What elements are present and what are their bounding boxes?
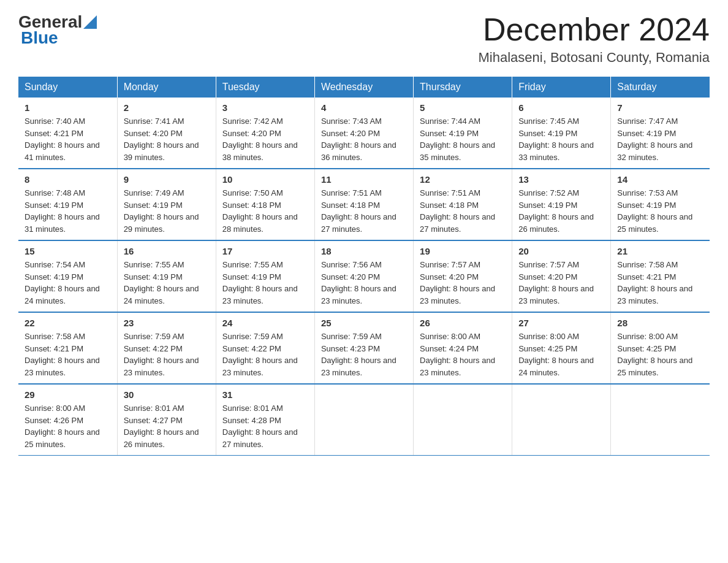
- day-info: Sunrise: 7:59 AMSunset: 4:22 PMDaylight:…: [222, 332, 298, 377]
- day-info: Sunrise: 8:00 AMSunset: 4:26 PMDaylight:…: [25, 404, 100, 449]
- calendar-cell: 1Sunrise: 7:40 AMSunset: 4:21 PMDaylight…: [18, 98, 117, 169]
- calendar-cell: 18Sunrise: 7:56 AMSunset: 4:20 PMDayligh…: [314, 240, 413, 312]
- day-info: Sunrise: 7:45 AMSunset: 4:19 PMDaylight:…: [518, 117, 594, 162]
- calendar-cell: 29Sunrise: 8:00 AMSunset: 4:26 PMDayligh…: [18, 384, 117, 456]
- day-info: Sunrise: 7:55 AMSunset: 4:19 PMDaylight:…: [222, 260, 298, 305]
- col-sunday: Sunday: [18, 77, 117, 98]
- week-row-1: 1Sunrise: 7:40 AMSunset: 4:21 PMDaylight…: [18, 98, 710, 169]
- calendar-cell: 22Sunrise: 7:58 AMSunset: 4:21 PMDayligh…: [18, 312, 117, 384]
- week-row-4: 22Sunrise: 7:58 AMSunset: 4:21 PMDayligh…: [18, 312, 710, 384]
- day-info: Sunrise: 7:50 AMSunset: 4:18 PMDaylight:…: [222, 188, 298, 234]
- day-number: 11: [321, 174, 407, 185]
- day-number: 13: [518, 174, 604, 185]
- day-info: Sunrise: 7:52 AMSunset: 4:19 PMDaylight:…: [518, 188, 594, 234]
- day-number: 19: [420, 246, 506, 256]
- day-info: Sunrise: 7:59 AMSunset: 4:22 PMDaylight:…: [124, 332, 199, 377]
- day-info: Sunrise: 7:53 AMSunset: 4:19 PMDaylight:…: [617, 188, 692, 234]
- day-info: Sunrise: 8:00 AMSunset: 4:25 PMDaylight:…: [617, 332, 692, 377]
- day-number: 26: [420, 318, 506, 328]
- day-number: 24: [222, 318, 308, 328]
- day-number: 22: [25, 318, 111, 328]
- day-info: Sunrise: 7:59 AMSunset: 4:23 PMDaylight:…: [321, 332, 396, 377]
- day-number: 27: [518, 318, 604, 328]
- calendar-table: Sunday Monday Tuesday Wednesday Thursday…: [18, 77, 710, 456]
- col-monday: Monday: [117, 77, 216, 98]
- location-title: Mihalaseni, Botosani County, Romania: [479, 50, 710, 66]
- day-number: 29: [25, 389, 111, 400]
- calendar-cell: 17Sunrise: 7:55 AMSunset: 4:19 PMDayligh…: [216, 240, 314, 312]
- logo: General Blue: [18, 12, 97, 48]
- day-info: Sunrise: 7:40 AMSunset: 4:21 PMDaylight:…: [25, 117, 100, 162]
- col-saturday: Saturday: [611, 77, 710, 98]
- calendar-cell: 31Sunrise: 8:01 AMSunset: 4:28 PMDayligh…: [216, 384, 314, 456]
- day-number: 1: [25, 102, 111, 113]
- calendar-cell: 28Sunrise: 8:00 AMSunset: 4:25 PMDayligh…: [611, 312, 710, 384]
- calendar-cell: 24Sunrise: 7:59 AMSunset: 4:22 PMDayligh…: [216, 312, 314, 384]
- calendar-cell: 12Sunrise: 7:51 AMSunset: 4:18 PMDayligh…: [414, 169, 512, 240]
- day-info: Sunrise: 7:57 AMSunset: 4:20 PMDaylight:…: [518, 260, 594, 305]
- week-row-3: 15Sunrise: 7:54 AMSunset: 4:19 PMDayligh…: [18, 240, 710, 312]
- col-tuesday: Tuesday: [216, 77, 314, 98]
- day-info: Sunrise: 7:54 AMSunset: 4:19 PMDaylight:…: [25, 260, 100, 305]
- svg-marker-0: [83, 15, 97, 29]
- calendar-cell: [414, 384, 512, 456]
- calendar-cell: 2Sunrise: 7:41 AMSunset: 4:20 PMDaylight…: [117, 98, 216, 169]
- day-number: 15: [25, 246, 111, 256]
- calendar-cell: 19Sunrise: 7:57 AMSunset: 4:20 PMDayligh…: [414, 240, 512, 312]
- header-row: Sunday Monday Tuesday Wednesday Thursday…: [18, 77, 710, 98]
- week-row-2: 8Sunrise: 7:48 AMSunset: 4:19 PMDaylight…: [18, 169, 710, 240]
- calendar-cell: 10Sunrise: 7:50 AMSunset: 4:18 PMDayligh…: [216, 169, 314, 240]
- day-info: Sunrise: 7:51 AMSunset: 4:18 PMDaylight:…: [420, 188, 495, 234]
- day-info: Sunrise: 7:48 AMSunset: 4:19 PMDaylight:…: [25, 188, 100, 234]
- calendar-cell: 25Sunrise: 7:59 AMSunset: 4:23 PMDayligh…: [314, 312, 413, 384]
- calendar-cell: 8Sunrise: 7:48 AMSunset: 4:19 PMDaylight…: [18, 169, 117, 240]
- day-number: 28: [617, 318, 703, 328]
- day-info: Sunrise: 7:58 AMSunset: 4:21 PMDaylight:…: [617, 260, 692, 305]
- header: General Blue December 2024 Mihalaseni, B…: [18, 12, 710, 66]
- day-info: Sunrise: 7:56 AMSunset: 4:20 PMDaylight:…: [321, 260, 396, 305]
- calendar-cell: 6Sunrise: 7:45 AMSunset: 4:19 PMDaylight…: [512, 98, 611, 169]
- day-info: Sunrise: 7:44 AMSunset: 4:19 PMDaylight:…: [420, 117, 495, 162]
- calendar-cell: 14Sunrise: 7:53 AMSunset: 4:19 PMDayligh…: [611, 169, 710, 240]
- calendar-cell: 27Sunrise: 8:00 AMSunset: 4:25 PMDayligh…: [512, 312, 611, 384]
- week-row-5: 29Sunrise: 8:00 AMSunset: 4:26 PMDayligh…: [18, 384, 710, 456]
- day-number: 21: [617, 246, 703, 256]
- day-number: 2: [124, 102, 210, 113]
- calendar-cell: 3Sunrise: 7:42 AMSunset: 4:20 PMDaylight…: [216, 98, 314, 169]
- calendar-cell: 9Sunrise: 7:49 AMSunset: 4:19 PMDaylight…: [117, 169, 216, 240]
- calendar-cell: [314, 384, 413, 456]
- day-info: Sunrise: 8:01 AMSunset: 4:27 PMDaylight:…: [124, 404, 199, 449]
- day-info: Sunrise: 7:42 AMSunset: 4:20 PMDaylight:…: [222, 117, 298, 162]
- day-info: Sunrise: 7:57 AMSunset: 4:20 PMDaylight:…: [420, 260, 495, 305]
- calendar-cell: 20Sunrise: 7:57 AMSunset: 4:20 PMDayligh…: [512, 240, 611, 312]
- day-info: Sunrise: 7:41 AMSunset: 4:20 PMDaylight:…: [124, 117, 199, 162]
- day-info: Sunrise: 7:43 AMSunset: 4:20 PMDaylight:…: [321, 117, 396, 162]
- day-info: Sunrise: 8:00 AMSunset: 4:25 PMDaylight:…: [518, 332, 594, 377]
- month-title: December 2024: [479, 12, 710, 47]
- day-number: 20: [518, 246, 604, 256]
- day-number: 31: [222, 389, 308, 400]
- day-number: 18: [321, 246, 407, 256]
- calendar-cell: 15Sunrise: 7:54 AMSunset: 4:19 PMDayligh…: [18, 240, 117, 312]
- day-number: 3: [222, 102, 308, 113]
- col-wednesday: Wednesday: [314, 77, 413, 98]
- day-number: 5: [420, 102, 506, 113]
- day-info: Sunrise: 7:55 AMSunset: 4:19 PMDaylight:…: [124, 260, 199, 305]
- day-number: 23: [124, 318, 210, 328]
- day-info: Sunrise: 7:51 AMSunset: 4:18 PMDaylight:…: [321, 188, 396, 234]
- col-friday: Friday: [512, 77, 611, 98]
- calendar-cell: [512, 384, 611, 456]
- calendar-cell: 11Sunrise: 7:51 AMSunset: 4:18 PMDayligh…: [314, 169, 413, 240]
- calendar-cell: 16Sunrise: 7:55 AMSunset: 4:19 PMDayligh…: [117, 240, 216, 312]
- day-number: 12: [420, 174, 506, 185]
- day-number: 9: [124, 174, 210, 185]
- day-info: Sunrise: 8:00 AMSunset: 4:24 PMDaylight:…: [420, 332, 495, 377]
- day-number: 16: [124, 246, 210, 256]
- day-number: 17: [222, 246, 308, 256]
- day-number: 10: [222, 174, 308, 185]
- calendar-cell: [611, 384, 710, 456]
- calendar-cell: 30Sunrise: 8:01 AMSunset: 4:27 PMDayligh…: [117, 384, 216, 456]
- calendar-cell: 26Sunrise: 8:00 AMSunset: 4:24 PMDayligh…: [414, 312, 512, 384]
- calendar-cell: 23Sunrise: 7:59 AMSunset: 4:22 PMDayligh…: [117, 312, 216, 384]
- calendar-cell: 13Sunrise: 7:52 AMSunset: 4:19 PMDayligh…: [512, 169, 611, 240]
